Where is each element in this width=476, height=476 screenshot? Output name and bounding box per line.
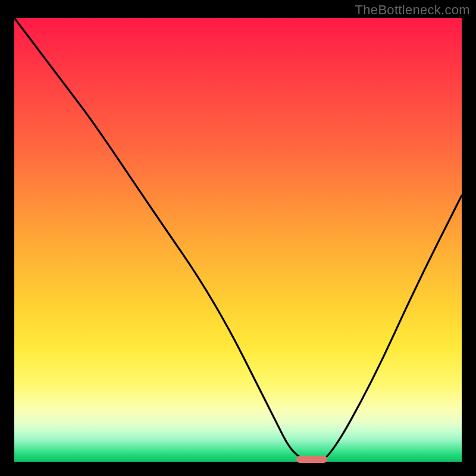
chart-frame: TheBottleneck.com	[0, 0, 476, 476]
optimal-marker	[296, 456, 328, 463]
bottleneck-curve	[14, 18, 462, 462]
watermark-text: TheBottleneck.com	[355, 2, 470, 18]
plot-area	[14, 18, 462, 462]
